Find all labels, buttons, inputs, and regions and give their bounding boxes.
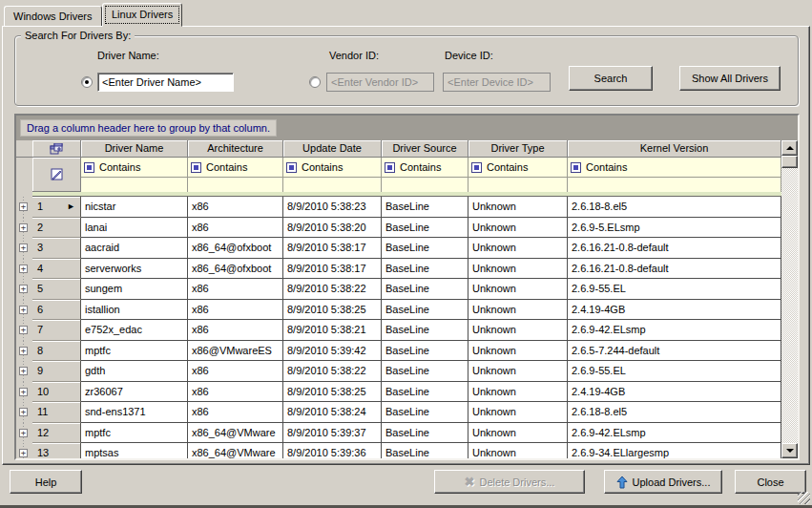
- driver-name-input[interactable]: [97, 73, 234, 92]
- row-header[interactable]: 13 ►: [32, 443, 81, 458]
- table-row[interactable]: + 13 ► mptsas x86_64@VMware 8/9/2010 5:3…: [16, 443, 781, 458]
- table-row[interactable]: + 5 ► sungem x86 8/9/2010 5:38:22 BaseLi…: [16, 279, 781, 300]
- filter-cell-driver-source[interactable]: Contains: [382, 158, 468, 178]
- resize-grip[interactable]: [798, 492, 810, 504]
- expand-icon[interactable]: +: [19, 285, 28, 293]
- column-header-driver-type[interactable]: Driver Type: [468, 140, 568, 158]
- scroll-up-button[interactable]: [781, 140, 798, 156]
- column-customize-icon: [50, 143, 63, 155]
- expand-icon[interactable]: +: [19, 265, 28, 273]
- filter-value-architecture[interactable]: [188, 178, 283, 192]
- table-row[interactable]: + 12 ► mptfc x86_64@VMware 8/9/2010 5:39…: [16, 423, 781, 444]
- table-row[interactable]: + 7 ► e752x_edac x86 8/9/2010 5:38:21 Ba…: [16, 320, 781, 341]
- grid-filter-area: Contains Contains Contains Contains Cont…: [16, 158, 781, 192]
- filter-value-driver-name[interactable]: [81, 178, 188, 192]
- filter-value-driver-source[interactable]: [382, 178, 468, 192]
- grid-rows: + 1 ► nicstar x86 8/9/2010 5:38:23 BaseL…: [16, 197, 781, 458]
- table-row[interactable]: + 10 ► zr36067 x86 8/9/2010 5:38:25 Base…: [16, 382, 781, 403]
- cell-kernel-version: 2.4.19-4GB: [568, 300, 781, 321]
- filter-marker-icon[interactable]: [571, 162, 581, 173]
- filter-cell-driver-name[interactable]: Contains: [81, 158, 188, 178]
- show-all-drivers-button[interactable]: Show All Drivers: [679, 66, 781, 91]
- row-header[interactable]: 7 ►: [32, 320, 81, 341]
- expand-icon[interactable]: +: [19, 408, 28, 416]
- expand-icon[interactable]: +: [19, 326, 28, 334]
- expand-icon[interactable]: +: [19, 367, 28, 375]
- vendor-id-input[interactable]: [326, 73, 434, 92]
- drivers-grid: Drag a column header here to group by th…: [14, 114, 800, 460]
- filter-value-kernel-version[interactable]: [568, 178, 781, 192]
- filter-marker-icon[interactable]: [286, 162, 297, 173]
- filter-marker-icon[interactable]: [385, 162, 395, 173]
- device-id-input[interactable]: [443, 73, 551, 92]
- table-row[interactable]: + 4 ► serverworks x86_64@ofxboot 8/9/201…: [16, 259, 781, 280]
- row-header[interactable]: 6 ►: [32, 300, 81, 321]
- scroll-down-button[interactable]: [781, 443, 798, 458]
- row-header[interactable]: 12 ►: [32, 423, 81, 444]
- tab-linux-drivers[interactable]: Linux Drivers: [102, 3, 182, 27]
- row-number: 2: [32, 222, 43, 233]
- driver-name-radio[interactable]: [81, 76, 93, 88]
- vertical-scrollbar[interactable]: [781, 140, 798, 458]
- table-row[interactable]: + 6 ► istallion x86 8/9/2010 5:38:25 Bas…: [16, 300, 781, 321]
- table-row[interactable]: + 8 ► mptfc x86@VMwareES 8/9/2010 5:39:4…: [16, 341, 781, 362]
- cell-kernel-version: 2.6.9-42.ELsmp: [568, 320, 781, 341]
- row-tree-cell: +: [16, 259, 32, 280]
- table-row[interactable]: + 2 ► lanai x86 8/9/2010 5:38:20 BaseLin…: [16, 218, 781, 239]
- filter-value-update-date[interactable]: [283, 178, 382, 192]
- table-row[interactable]: + 3 ► aacraid x86_64@ofxboot 8/9/2010 5:…: [16, 238, 781, 259]
- group-by-band[interactable]: Drag a column header here to group by th…: [16, 116, 798, 140]
- filter-marker-icon[interactable]: [84, 162, 94, 173]
- row-tree-cell: +: [16, 341, 32, 362]
- expand-icon[interactable]: +: [19, 202, 28, 211]
- cell-kernel-version: 2.6.9-5.ELsmp: [568, 218, 781, 239]
- expand-icon[interactable]: +: [19, 347, 28, 355]
- delete-drivers-button[interactable]: ✖ Delete Drivers...: [434, 470, 585, 494]
- column-header-update-date[interactable]: Update Date: [283, 140, 382, 158]
- table-row[interactable]: + 11 ► snd-ens1371 x86 8/9/2010 5:38:24 …: [16, 402, 781, 423]
- vendor-device-radio[interactable]: [309, 76, 321, 88]
- row-header[interactable]: 5 ►: [32, 279, 81, 300]
- expand-icon[interactable]: +: [19, 388, 28, 396]
- column-header-architecture[interactable]: Architecture: [188, 140, 283, 158]
- row-header[interactable]: 10 ►: [32, 382, 81, 403]
- filter-cell-driver-type[interactable]: Contains: [468, 158, 568, 178]
- filter-marker-icon[interactable]: [191, 162, 201, 173]
- tab-windows-drivers[interactable]: Windows Drivers: [4, 6, 102, 27]
- search-button[interactable]: Search: [569, 66, 653, 91]
- row-header[interactable]: 9 ►: [32, 361, 81, 382]
- filter-cell-architecture[interactable]: Contains: [188, 158, 283, 178]
- upload-drivers-button[interactable]: Upload Drivers...: [604, 470, 722, 494]
- cell-driver-source: BaseLine: [382, 238, 468, 259]
- row-header[interactable]: 8 ►: [32, 341, 81, 362]
- edit-filter-button[interactable]: [32, 158, 81, 192]
- row-header[interactable]: 1 ►: [32, 197, 81, 218]
- cell-driver-source: BaseLine: [382, 259, 468, 280]
- close-button[interactable]: Close: [735, 470, 806, 494]
- column-header-driver-name[interactable]: Driver Name: [81, 140, 188, 158]
- cell-driver-name: istallion: [81, 300, 188, 321]
- column-customize-button[interactable]: [32, 140, 81, 158]
- filter-marker-icon[interactable]: [471, 162, 482, 173]
- expand-icon[interactable]: +: [19, 306, 28, 314]
- filter-cell-kernel-version[interactable]: Contains: [568, 158, 781, 178]
- filter-cell-update-date[interactable]: Contains: [283, 158, 382, 178]
- filter-value-driver-type[interactable]: [468, 178, 568, 192]
- expand-icon[interactable]: +: [19, 449, 28, 457]
- column-header-kernel-version[interactable]: Kernel Version: [568, 140, 781, 158]
- scrollbar-thumb[interactable]: [781, 156, 798, 168]
- row-header[interactable]: 11 ►: [32, 402, 81, 423]
- row-header[interactable]: 3 ►: [32, 238, 81, 259]
- table-row[interactable]: + 9 ► gdth x86 8/9/2010 5:38:22 BaseLine…: [16, 361, 781, 382]
- column-header-driver-source[interactable]: Driver Source: [382, 140, 468, 158]
- expand-icon[interactable]: +: [19, 243, 28, 252]
- table-row[interactable]: + 1 ► nicstar x86 8/9/2010 5:38:23 BaseL…: [16, 197, 781, 218]
- expand-icon[interactable]: +: [19, 223, 28, 232]
- help-button[interactable]: Help: [10, 470, 82, 494]
- expand-icon[interactable]: +: [19, 429, 28, 437]
- row-header[interactable]: 2 ►: [32, 218, 81, 239]
- row-header[interactable]: 4 ►: [32, 259, 81, 280]
- row-number: 1: [32, 201, 43, 212]
- cell-architecture: x86_64@ofxboot: [188, 238, 283, 259]
- cell-driver-type: Unknown: [468, 382, 568, 403]
